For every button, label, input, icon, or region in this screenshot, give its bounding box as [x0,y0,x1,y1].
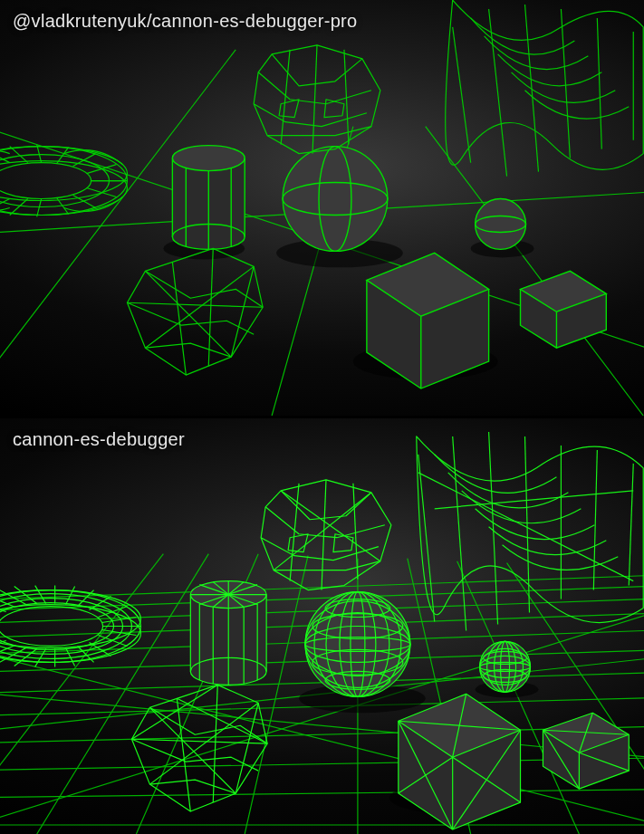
label-classic: cannon-es-debugger [13,429,185,450]
scene-classic [0,418,644,834]
box-small [521,271,607,348]
svg-marker-188 [333,534,353,552]
comparison-image: @vladkrutenyuk/cannon-es-debugger-pro [0,0,644,834]
svg-line-60 [145,266,254,348]
svg-line-45 [37,199,42,217]
svg-line-182 [322,480,326,590]
crystal [127,248,263,375]
svg-line-46 [10,199,28,216]
svg-marker-53 [279,100,299,118]
svg-line-36 [10,147,28,163]
svg-line-51 [281,50,290,145]
torus [0,145,127,217]
svg-line-191 [213,685,217,802]
svg-line-61 [127,302,263,307]
svg-line-50 [312,45,317,154]
panel-pro: @vladkrutenyuk/cannon-es-debugger-pro [0,0,644,418]
svg-line-192 [235,703,258,793]
svg-point-149 [0,607,103,647]
svg-marker-54 [324,100,344,118]
terrain-wave [446,0,644,177]
svg-point-27 [0,163,91,199]
svg-marker-181 [261,480,391,590]
scene-pro [0,0,644,416]
svg-point-154 [0,603,114,650]
crystal [131,685,267,811]
svg-line-194 [149,703,258,784]
skull [254,45,380,154]
label-pro: @vladkrutenyuk/cannon-es-debugger-pro [13,11,358,32]
skull [261,480,391,590]
svg-line-75 [37,554,209,834]
cylinder [190,581,266,685]
svg-marker-49 [254,45,380,154]
svg-line-58 [231,266,254,357]
svg-marker-187 [288,534,308,552]
svg-line-37 [37,145,42,163]
svg-line-185 [281,491,380,561]
svg-line-184 [353,484,358,580]
box-small [543,713,629,789]
cylinder [172,146,245,250]
panel-classic: cannon-es-debugger [0,418,644,834]
svg-line-164 [66,587,75,605]
svg-line-57 [208,248,213,366]
